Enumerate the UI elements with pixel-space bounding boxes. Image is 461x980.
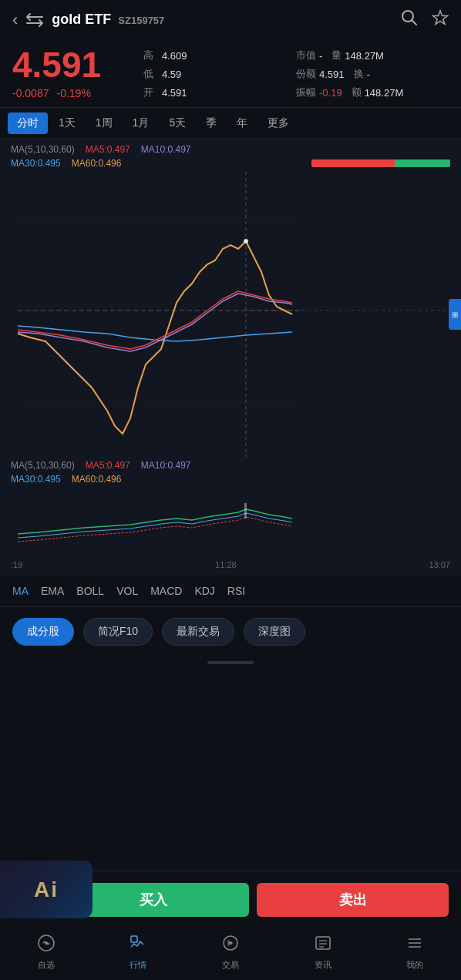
ai-label: Ai (34, 878, 59, 902)
side-expand-button[interactable]: ⊞ (449, 299, 461, 330)
expand-icon: ⊞ (452, 310, 458, 319)
btn-simple-f10[interactable]: 简况F10 (83, 618, 153, 646)
open-value: 4.591 (162, 87, 187, 99)
shares-row: 份额 4.591 换 - (296, 65, 449, 82)
ma5-label: MA5:0.497 (86, 144, 130, 155)
turnover-value: - (367, 69, 370, 80)
watchlist-icon (37, 934, 56, 957)
low-row: 低 4.59 (143, 65, 296, 82)
btn-depth-chart[interactable]: 深度图 (244, 618, 305, 646)
nav-market[interactable]: 行情 (115, 934, 161, 971)
svg-rect-3 (7, 172, 454, 457)
tab-fen-shi[interactable]: 分时 (8, 112, 48, 134)
btn-component-stocks[interactable]: 成分股 (12, 618, 74, 646)
back-button[interactable]: ‹ (12, 10, 18, 30)
tab-5-day[interactable]: 5天 (160, 112, 195, 134)
shares-label: 份额 (296, 67, 316, 81)
buy-sell-ratio-bar (311, 159, 450, 167)
ma60-label: MA60:0.496 (72, 158, 122, 169)
tab-more[interactable]: 更多 (258, 112, 298, 134)
star-icon[interactable] (432, 9, 449, 30)
change-abs: -0.0087 (12, 87, 49, 99)
news-icon (314, 934, 332, 957)
btn-latest-trade[interactable]: 最新交易 (162, 618, 234, 646)
nav-bar: 自选 行情 交易 (0, 928, 461, 980)
ma-label-bottom: MA(5,10,30,60) (11, 460, 75, 471)
tab-1-month[interactable]: 1月 (123, 112, 159, 134)
shares-value: 4.591 (319, 69, 345, 80)
time-axis: :19 11:28 13:07 (0, 557, 461, 576)
market-cap-row: 市值 - 量 148.27M (296, 47, 449, 64)
volume-label: 量 (331, 49, 342, 62)
amplitude-value: -0.19 (319, 87, 342, 99)
open-label: 开 (143, 86, 159, 99)
stock-title: gold ETF SZ159757 (52, 12, 395, 28)
sell-ratio-bar (395, 159, 450, 167)
nav-trade-label: 交易 (222, 959, 239, 971)
scroll-hint (0, 656, 461, 669)
header: ‹ gold ETF SZ159757 (0, 0, 461, 39)
transfer-icon (24, 12, 45, 28)
svg-rect-13 (7, 488, 454, 557)
amplitude-row: 振幅 -0.19 额 148.27M (296, 84, 449, 101)
ma30-label-bottom: MA30:0.495 (11, 474, 61, 485)
svg-marker-2 (433, 11, 448, 25)
market-cap-label: 市值 (296, 49, 316, 62)
indicator-boll[interactable]: BOLL (76, 585, 104, 597)
amplitude-label: 振幅 (296, 86, 316, 99)
indicator-kdj[interactable]: KDJ (194, 585, 214, 597)
high-value: 4.609 (162, 50, 187, 62)
open-row: 开 4.591 (143, 84, 296, 101)
amount-label: 额 (352, 86, 362, 99)
header-actions (401, 9, 449, 30)
svg-point-18 (229, 941, 232, 945)
trade-icon (221, 934, 240, 957)
time-mid: 11:28 (215, 560, 237, 569)
nav-news[interactable]: 资讯 (300, 934, 346, 971)
svg-rect-17 (131, 936, 137, 942)
indicator-rsi[interactable]: RSI (227, 585, 245, 597)
sub-chart-svg[interactable] (0, 488, 461, 557)
svg-point-12 (244, 239, 248, 243)
ma5-label-bottom: MA5:0.497 (86, 460, 130, 471)
price-change: -0.0087 -0.19% (12, 87, 128, 99)
main-chart-area[interactable]: ⊞ (0, 172, 461, 457)
tab-year[interactable]: 年 (227, 112, 257, 134)
indicator-vol[interactable]: VOL (116, 585, 138, 597)
indicator-tabs: MA EMA BOLL VOL MACD KDJ RSI (0, 576, 461, 607)
nav-watchlist[interactable]: 自选 (23, 934, 69, 971)
nav-market-label: 行情 (130, 959, 146, 971)
indicator-ema[interactable]: EMA (41, 585, 64, 597)
svg-point-16 (45, 941, 48, 945)
market-icon (129, 934, 147, 957)
svg-rect-14 (244, 503, 247, 519)
search-icon[interactable] (401, 9, 418, 30)
nav-trade[interactable]: 交易 (207, 934, 254, 971)
ma10-label-bottom: MA10:0.497 (141, 460, 191, 471)
ma30-label: MA30:0.495 (11, 158, 61, 169)
price-right: 高 4.609 市值 - 量 148.27M 低 4.59 份额 4.591 换… (143, 47, 449, 101)
mine-icon (405, 934, 424, 957)
low-value: 4.59 (162, 69, 181, 80)
nav-mine[interactable]: 我的 (392, 934, 438, 971)
scroll-bar (207, 661, 254, 664)
indicator-macd[interactable]: MACD (150, 585, 182, 597)
ma-label: MA(5,10,30,60) (11, 144, 75, 155)
tab-season[interactable]: 季 (197, 112, 226, 134)
price-left: 4.591 -0.0087 -0.19% (12, 47, 128, 99)
tab-1-day[interactable]: 1天 (49, 112, 85, 134)
ma60-label-bottom: MA60:0.496 (72, 474, 122, 485)
chart-tabs: 分时 1天 1周 1月 5天 季 年 更多 (0, 108, 461, 139)
nav-news-label: 资讯 (315, 959, 331, 971)
chart-legend-top: MA(5,10,30,60) MA5:0.497 MA10:0.497 (0, 139, 461, 156)
indicator-ma[interactable]: MA (12, 585, 29, 597)
sell-button[interactable]: 卖出 (257, 883, 449, 917)
time-end: 13:07 (429, 560, 450, 569)
tab-1-week[interactable]: 1周 (86, 112, 122, 134)
high-label: 高 (143, 49, 159, 62)
time-start: :19 (11, 560, 22, 569)
main-chart-svg[interactable] (0, 172, 461, 457)
stock-code: SZ159757 (118, 15, 164, 26)
ai-button[interactable]: Ai (0, 861, 93, 918)
amount-value: 148.27M (365, 87, 404, 99)
